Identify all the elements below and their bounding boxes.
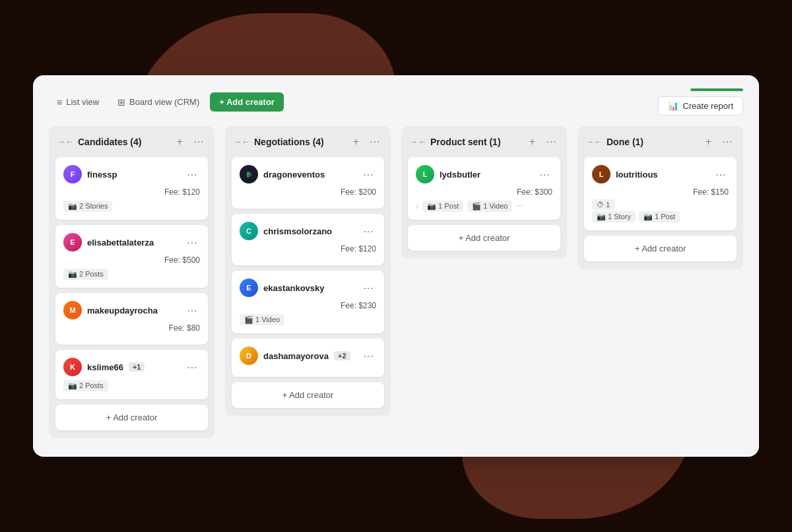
card-user: Eekastankovsky — [240, 279, 325, 297]
card-menu-button[interactable]: ⋯ — [184, 360, 200, 375]
card-header: Llydsbutler⋯ — [416, 165, 552, 183]
card-fee: Fee: $80 — [63, 323, 200, 333]
add-creator-btn-product-sent[interactable]: + Add creator — [408, 225, 560, 251]
col-arrows-icon: →← — [233, 137, 250, 147]
card-fee: Fee: $500 — [63, 255, 200, 265]
chart-icon: 📊 — [668, 101, 678, 111]
card-header: Cchrismsolorzano⋯ — [240, 222, 376, 240]
board-icon: ⊞ — [117, 97, 125, 108]
card: Mmakeupdayrocha⋯Fee: $80 — [55, 293, 208, 345]
column-done: →←Done (1)+⋯Lloutritious⋯Fee: $150⏱ 1📷 1… — [578, 126, 743, 269]
col-actions-done: +⋯ — [703, 134, 735, 149]
card-header: Kkslime66+1⋯ — [63, 358, 200, 376]
col-arrows-icon: →← — [409, 137, 426, 147]
board: →←Candidates (4)+⋯Ffinessp⋯Fee: $120📷 2 … — [49, 126, 743, 438]
create-report-label: Create report — [682, 101, 733, 111]
card-menu-button[interactable]: ⋯ — [184, 167, 200, 182]
card-user: Mmakeupdayrocha — [63, 301, 158, 319]
card-header: Eelisabettalaterza⋯ — [63, 233, 200, 251]
card-header: Lloutritious⋯ — [592, 165, 729, 183]
card: Eelisabettalaterza⋯Fee: $500📷 2 Posts — [55, 225, 208, 288]
col-add-btn-product-sent[interactable]: + — [527, 135, 538, 149]
card-menu-button[interactable]: ⋯ — [184, 235, 200, 250]
card-menu-button[interactable]: ⋯ — [713, 167, 729, 182]
card-user: Lloutritious — [592, 165, 658, 183]
card: Ddashamayorova+2⋯ — [232, 339, 384, 377]
col-title-area-product-sent: →←Product sent (1) — [409, 137, 501, 147]
card-tag: 📷 2 Posts — [63, 380, 108, 391]
avatar: E — [63, 233, 82, 251]
card-menu-button[interactable]: ⋯ — [360, 224, 376, 239]
card-fee: Fee: $120 — [63, 187, 200, 197]
card-menu-button[interactable]: ⋯ — [184, 303, 200, 318]
add-creator-label: + Add creator — [219, 97, 275, 107]
col-header-done: →←Done (1)+⋯ — [584, 134, 737, 149]
card-tag: 📷 2 Stories — [63, 201, 112, 212]
col-actions-negotiations: +⋯ — [350, 134, 383, 149]
avatar: L — [416, 165, 434, 183]
avatar: K — [63, 358, 82, 376]
card-menu-button[interactable]: ⋯ — [360, 349, 376, 364]
view-tabs: ≡ List view ⊞ Board view (CRM) + Add cre… — [49, 92, 284, 112]
card-badge: +1 — [129, 362, 145, 372]
col-title-done: Done (1) — [607, 137, 644, 147]
card: Kkslime66+1⋯📷 2 Posts — [55, 350, 208, 399]
more-tags-icon: ⋯ — [516, 202, 523, 211]
card-user: Kkslime66+1 — [63, 358, 145, 376]
col-add-btn-negotiations[interactable]: + — [350, 135, 362, 149]
col-menu-btn-candidates[interactable]: ⋯ — [191, 134, 207, 149]
col-title-candidates: Candidates (4) — [78, 137, 141, 147]
card-tags: 🎬 1 Video — [240, 314, 376, 325]
card-header: Ffinessp⋯ — [63, 165, 200, 183]
avatar: C — [240, 222, 258, 240]
card-menu-button[interactable]: ⋯ — [360, 167, 376, 182]
column-negotiations: →←Negotiations (4)+⋯🐉dragoneventos⋯Fee: … — [225, 126, 391, 416]
card-badge: +2 — [334, 351, 350, 360]
add-creator-btn-done[interactable]: + Add creator — [584, 236, 737, 261]
add-creator-btn-negotiations[interactable]: + Add creator — [232, 382, 384, 408]
card-username: makeupdayrocha — [87, 306, 158, 316]
card-menu-button[interactable]: ⋯ — [360, 281, 376, 296]
board-view-tab[interactable]: ⊞ Board view (CRM) — [110, 93, 207, 112]
avatar: E — [240, 279, 258, 297]
add-creator-btn-candidates[interactable]: + Add creator — [55, 405, 208, 430]
create-report-button[interactable]: 📊 Create report — [658, 96, 743, 116]
card-user: Eelisabettalaterza — [63, 233, 154, 251]
col-menu-btn-product-sent[interactable]: ⋯ — [543, 134, 559, 149]
main-card: ≡ List view ⊞ Board view (CRM) + Add cre… — [33, 75, 759, 457]
card-user: Ffinessp — [63, 165, 117, 183]
col-add-btn-done[interactable]: + — [703, 135, 714, 149]
col-title-negotiations: Negotiations (4) — [254, 137, 324, 147]
card: Lloutritious⋯Fee: $150⏱ 1📷 1 Story📷 1 Po… — [584, 157, 737, 230]
avatar: M — [63, 301, 82, 319]
card-tags: 📷 2 Stories — [63, 201, 200, 212]
card-username: dragoneventos — [263, 170, 325, 180]
card-fee: Fee: $300 — [416, 187, 552, 197]
card-tag: 🎬 1 Video — [467, 201, 512, 212]
card-tag: 📷 2 Posts — [63, 269, 108, 280]
card: Ffinessp⋯Fee: $120📷 2 Stories — [55, 157, 208, 220]
card-username: loutritious — [616, 170, 658, 180]
add-creator-button[interactable]: + Add creator — [210, 92, 284, 112]
card-header: Eekastankovsky⋯ — [240, 279, 376, 297]
board-view-label: Board view (CRM) — [129, 97, 199, 107]
card-fee: Fee: $120 — [240, 244, 376, 253]
col-add-btn-candidates[interactable]: + — [174, 135, 185, 149]
list-view-tab[interactable]: ≡ List view — [49, 93, 107, 112]
card-user: 🐉dragoneventos — [240, 165, 325, 183]
list-icon: ≡ — [57, 97, 62, 108]
card-username: lydsbutler — [440, 170, 480, 180]
top-right-area: 📊 Create report — [658, 88, 743, 116]
card-menu-button[interactable]: ⋯ — [537, 167, 552, 182]
card-fee: Fee: $200 — [240, 187, 376, 197]
col-menu-btn-done[interactable]: ⋯ — [719, 134, 735, 149]
card-tags: 📷 2 Posts — [63, 269, 200, 280]
col-menu-btn-negotiations[interactable]: ⋯ — [367, 134, 383, 149]
card-user: Cchrismsolorzano — [240, 222, 332, 240]
card-header: Ddashamayorova+2⋯ — [240, 347, 376, 365]
col-arrows-icon: →← — [57, 137, 74, 147]
col-arrows-icon: →← — [585, 137, 603, 147]
col-actions-candidates: +⋯ — [174, 134, 207, 149]
column-candidates: →←Candidates (4)+⋯Ffinessp⋯Fee: $120📷 2 … — [49, 126, 214, 438]
expand-chevron-icon[interactable]: › — [416, 202, 418, 211]
